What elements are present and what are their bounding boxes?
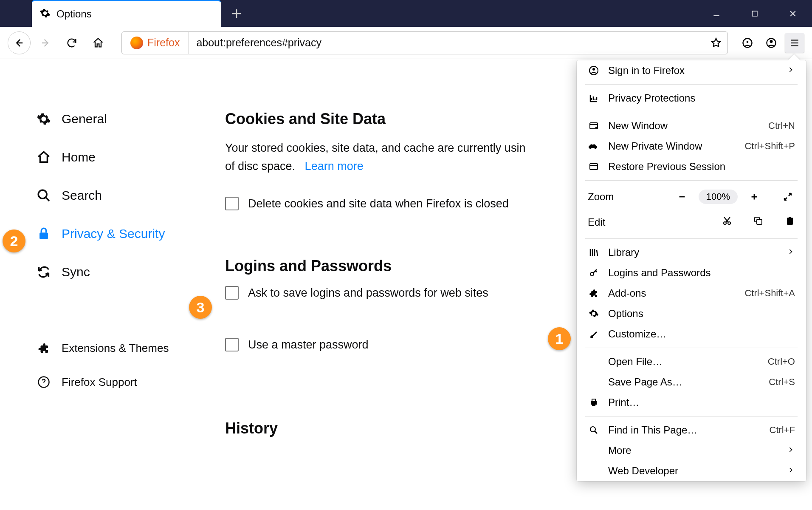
callout-3: 3 <box>189 296 212 319</box>
hamburger-menu-button[interactable] <box>785 33 804 53</box>
shortcut-label: Ctrl+F <box>770 425 795 436</box>
menu-item-label: More <box>608 445 632 456</box>
shortcut-label: Ctrl+Shift+A <box>744 288 795 299</box>
close-window-button[interactable] <box>774 0 812 27</box>
window-controls <box>697 0 812 27</box>
url-text[interactable]: about:preferences#privacy <box>189 37 705 49</box>
shortcut-label: Ctrl+Shift+P <box>744 141 795 152</box>
menu-options[interactable]: Options <box>577 303 806 324</box>
options-sidebar: General Home Search Privacy & Security S… <box>0 59 221 510</box>
svg-rect-16 <box>789 217 791 218</box>
restore-icon <box>588 162 600 172</box>
zoom-label: Zoom <box>588 191 614 203</box>
menu-new-window[interactable]: New Window Ctrl+N <box>577 116 806 136</box>
back-button[interactable] <box>8 31 31 54</box>
sidebar-item-general[interactable]: General <box>36 110 221 128</box>
menu-library[interactable]: Library <box>577 242 806 263</box>
paste-button[interactable] <box>785 216 795 229</box>
tabs-area: Options <box>0 0 246 27</box>
svg-rect-19 <box>592 399 595 401</box>
sidebar-item-support[interactable]: Firefox Support <box>36 373 221 391</box>
tab-options[interactable]: Options <box>32 0 221 27</box>
library-icon <box>588 247 600 258</box>
url-bar[interactable]: Firefox about:preferences#privacy <box>121 31 728 54</box>
menu-item-label: Library <box>608 246 639 258</box>
menu-item-label: Web Developer <box>608 465 678 477</box>
shortcut-label: Ctrl+N <box>768 120 795 131</box>
master-password-checkbox[interactable] <box>225 338 239 351</box>
menu-item-label: New Window <box>608 120 668 132</box>
maximize-button[interactable] <box>736 0 774 27</box>
menu-item-label: Save Page As… <box>608 376 682 388</box>
sync-icon <box>36 265 51 279</box>
privacy-shield-icon[interactable] <box>737 33 758 53</box>
menu-save-page[interactable]: Save Page As… Ctrl+S <box>577 372 806 392</box>
zoom-out-button[interactable] <box>675 190 689 204</box>
gear-icon <box>36 112 51 126</box>
sidebar-item-home[interactable]: Home <box>36 148 221 166</box>
chevron-right-icon <box>787 465 795 477</box>
menu-item-label: Add-ons <box>608 287 646 299</box>
menu-open-file[interactable]: Open File… Ctrl+O <box>577 351 806 372</box>
zoom-in-button[interactable] <box>747 190 761 204</box>
menu-restore-session[interactable]: Restore Previous Session <box>577 156 806 177</box>
sidebar-item-extensions[interactable]: Extensions & Themes <box>36 339 221 357</box>
menu-item-label: Sign in to Firefox <box>608 65 685 76</box>
menu-separator <box>585 180 798 181</box>
menu-item-label: Print… <box>608 397 639 408</box>
divider <box>771 189 771 204</box>
puzzle-icon <box>588 288 600 298</box>
edit-label: Edit <box>588 216 605 228</box>
menu-item-label: Logins and Passwords <box>608 267 710 279</box>
zoom-value[interactable]: 100% <box>699 190 738 204</box>
home-button[interactable] <box>87 31 110 54</box>
menu-customize[interactable]: Customize… <box>577 324 806 344</box>
account-icon[interactable] <box>761 33 781 53</box>
sidebar-item-label: Sync <box>62 265 90 279</box>
menu-zoom-row: Zoom 100% <box>577 184 806 210</box>
menu-edit-row: Edit <box>577 210 806 235</box>
delete-cookies-checkbox[interactable] <box>225 197 239 210</box>
svg-rect-20 <box>592 404 595 406</box>
menu-more[interactable]: More <box>577 440 806 461</box>
menu-sign-in[interactable]: Sign in to Firefox <box>577 60 806 81</box>
svg-rect-0 <box>752 11 757 16</box>
menu-find[interactable]: Find in This Page… Ctrl+F <box>577 420 806 440</box>
svg-rect-15 <box>787 218 793 225</box>
chart-icon <box>588 93 600 103</box>
sidebar-item-search[interactable]: Search <box>36 187 221 204</box>
sidebar-item-label: Privacy & Security <box>62 227 165 241</box>
menu-print[interactable]: Print… <box>577 392 806 413</box>
toolbar-right <box>737 33 804 53</box>
new-tab-button[interactable] <box>227 4 246 23</box>
fullscreen-button[interactable] <box>781 190 795 204</box>
menu-separator <box>585 112 798 112</box>
menu-privacy-protections[interactable]: Privacy Protections <box>577 88 806 108</box>
svg-rect-11 <box>590 164 598 170</box>
shortcut-label: Ctrl+O <box>768 356 795 367</box>
site-identity[interactable]: Firefox <box>122 32 189 54</box>
cookies-description: Your stored cookies, site data, and cach… <box>225 139 573 176</box>
menu-new-private-window[interactable]: New Private Window Ctrl+Shift+P <box>577 136 806 156</box>
menu-web-developer[interactable]: Web Developer <box>577 461 806 481</box>
bookmark-star-button[interactable] <box>705 37 727 49</box>
account-icon <box>588 65 600 76</box>
sidebar-item-sync[interactable]: Sync <box>36 263 221 281</box>
minimize-button[interactable] <box>697 0 736 27</box>
reload-button[interactable] <box>60 31 83 54</box>
puzzle-icon <box>36 342 51 354</box>
forward-button[interactable] <box>34 31 57 54</box>
copy-button[interactable] <box>753 216 764 229</box>
cut-button[interactable] <box>722 216 732 229</box>
menu-logins[interactable]: Logins and Passwords <box>577 263 806 283</box>
ask-save-logins-checkbox[interactable] <box>225 286 239 300</box>
sidebar-item-label: Firefox Support <box>62 376 137 389</box>
menu-item-label: Restore Previous Session <box>608 161 725 173</box>
menu-addons[interactable]: Add-ons Ctrl+Shift+A <box>577 283 806 303</box>
menu-item-label: Privacy Protections <box>608 92 695 104</box>
sidebar-item-privacy[interactable]: Privacy & Security <box>36 225 221 243</box>
svg-point-17 <box>590 272 594 276</box>
svg-rect-14 <box>757 219 762 224</box>
identity-label: Firefox <box>147 37 180 49</box>
learn-more-link[interactable]: Learn more <box>305 160 364 173</box>
